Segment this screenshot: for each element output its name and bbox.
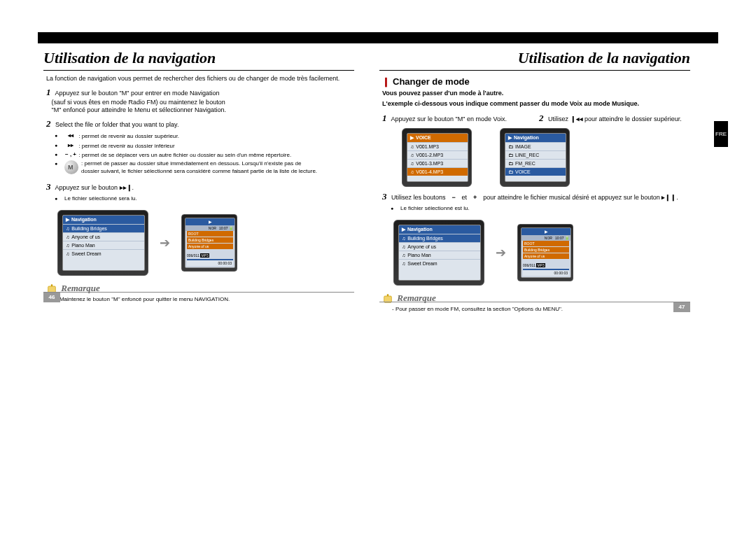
- page-number: 47: [673, 302, 690, 312]
- page-title-right: Utilisation de la navigation: [374, 43, 696, 70]
- play-top: ▶: [522, 228, 570, 235]
- bullet-text: : permet de se déplacer vers un autre fi…: [78, 151, 291, 157]
- page-title-left: Utilisation de la navigation: [38, 43, 360, 70]
- step-2: 2 Select the file or folder that you wan…: [38, 114, 360, 129]
- play-time: 00:00:03: [187, 260, 233, 266]
- step3-bullets-right: Le fichier sélectionné est lu.: [374, 202, 696, 213]
- music-note-icon: ♫: [402, 253, 405, 258]
- screen-header: ▶Navigation: [63, 216, 144, 224]
- music-note-icon: ♫: [402, 244, 405, 249]
- music-note-icon: ♫: [402, 236, 405, 241]
- device-navigation: ▶Navigation ♫Building Bridges ♫Anyone of…: [57, 210, 148, 276]
- device-mockups-left: ▶Navigation ♫Building Bridges ♫Anyone of…: [38, 204, 360, 276]
- play-track: 006/011 MP3: [523, 263, 545, 267]
- play-track: 006/011 MP3: [187, 253, 209, 258]
- list-item: 🗀VOICE: [505, 167, 566, 176]
- footer-rule: [43, 292, 354, 293]
- list-item: ♫V001-2.MP3: [407, 150, 468, 159]
- bullet-text: : permet de revenir au dossier supérieur…: [78, 133, 179, 139]
- top-black-bar: [38, 32, 718, 43]
- list-item: ♫Building Bridges: [399, 234, 480, 242]
- play-row: ROOT: [187, 231, 233, 237]
- step2-bullets: ◂◂ : permet de revenir au dossier supéri…: [38, 129, 360, 176]
- sub-intro-2: L'exemple ci-dessous vous indique commen…: [374, 97, 696, 108]
- minus-plus-icon: − , +: [64, 151, 77, 159]
- step-number: 2: [539, 113, 544, 123]
- step-number: 3: [382, 191, 387, 202]
- music-note-icon: ♫: [402, 261, 405, 266]
- page-spread: FRE Utilisation de la navigation La fonc…: [0, 0, 756, 534]
- play-next-icon: ▸▸❙: [120, 184, 132, 192]
- music-note-icon: ♫: [66, 251, 69, 256]
- footer-rule: [379, 302, 690, 302]
- plus-icon: +: [469, 194, 482, 202]
- step2-text: Select the file or folder that you want …: [55, 121, 178, 128]
- folder-icon: 🗀: [508, 169, 513, 174]
- step1-line-b: (sauf si vous êtes en mode Radio FM) ou …: [52, 99, 225, 106]
- music-note-icon: ♫: [66, 243, 69, 248]
- device-playback: ▶ NOR 10:07 🔋 ROOT Building Bridges Anyo…: [181, 214, 237, 272]
- remark-text: - Maintenez le bouton "M" enfoncé pour q…: [38, 295, 360, 302]
- list-item: ♫Piano Man: [63, 241, 144, 249]
- folder-icon: 🗀: [508, 161, 513, 166]
- list-item: 🗀FM_REC: [505, 159, 566, 167]
- remark-text: - Pour passer en mode FM, consultez la s…: [374, 304, 696, 312]
- language-tab: FRE: [714, 121, 728, 147]
- screen-header: ▶Navigation: [505, 134, 566, 142]
- music-note-icon: ♫: [410, 161, 414, 166]
- step-2-right: 2 Utilisez ❙◂◂ pour atteindre le dossier…: [539, 113, 687, 124]
- arrow-icon: ▶: [402, 227, 405, 232]
- step-number: 2: [46, 118, 51, 129]
- step-1: 1 Appuyez sur le bouton "M" pour entrer …: [38, 83, 360, 114]
- arrow-icon: ▶: [508, 135, 512, 141]
- play-row: Building Bridges: [523, 247, 569, 253]
- svg-point-3: [387, 294, 389, 296]
- play-row: Anyone of us: [523, 253, 569, 259]
- m-button-icon: [64, 160, 78, 174]
- device-mockups-right-top: ▶VOICE ♫V001.MP3 ♫V001-2.MP3 ♫V001-3.MP3…: [374, 124, 696, 187]
- folder-icon: 🗀: [508, 153, 513, 157]
- device-mockups-right-bottom: ▶Navigation ♫Building Bridges ♫Anyone of…: [374, 214, 696, 286]
- minus-icon: −: [447, 194, 460, 202]
- play-top: ▶: [186, 218, 234, 225]
- step-number: 3: [46, 181, 51, 192]
- subtitle-bar-icon: ❙: [382, 76, 390, 87]
- svg-point-1: [51, 284, 53, 286]
- prev-track-icon: ❙◂◂: [570, 115, 583, 123]
- note-pin-icon: [382, 293, 393, 304]
- device-playback: ▶ NOR 10:07 🔋 ROOT Building Bridges Anyo…: [517, 224, 573, 281]
- list-item: ♫Sweet Dream: [63, 249, 144, 258]
- arrow-icon: ▶: [410, 135, 414, 141]
- transition-arrow-icon: ➔: [160, 235, 170, 251]
- play-pause-icon: ▸❙❙: [662, 194, 676, 202]
- folder-icon: 🗀: [508, 144, 513, 149]
- step3-text: Appuyez sur le bouton: [55, 184, 118, 191]
- step1-line-a: Appuyez sur le bouton "M" pour entrer en…: [55, 90, 220, 97]
- intro-text: La fonction de navigation vous permet de…: [38, 71, 360, 83]
- play-row: Building Bridges: [187, 237, 233, 243]
- forward-icon: ▸▸: [64, 142, 77, 150]
- list-item: ♫Anyone of us: [399, 242, 480, 251]
- bullet-text: Le fichier sélectionné est lu.: [400, 205, 470, 211]
- list-item: ♫Anyone of us: [63, 232, 144, 241]
- play-row: Anyone of us: [187, 244, 233, 249]
- music-note-icon: ♫: [410, 169, 414, 174]
- screen-header: ▶Navigation: [399, 225, 480, 234]
- step-1-right: 1 Appuyez sur le bouton "M" en mode Voix…: [382, 113, 531, 124]
- list-item: ♫V001.MP3: [407, 142, 468, 150]
- sub-intro-1: Vous pouvez passer d'un mode à l'autre.: [374, 87, 696, 97]
- list-item: ♫V001-3.MP3: [407, 159, 468, 167]
- list-item: 🗀IMAGE: [505, 142, 566, 150]
- section-subtitle: ❙Changer de mode: [374, 71, 696, 87]
- music-note-icon: ♫: [410, 153, 414, 157]
- page-number: 46: [43, 293, 60, 302]
- list-item: ♫Building Bridges: [63, 224, 144, 232]
- device-nav-folders: ▶Navigation 🗀IMAGE 🗀LINE_REC 🗀FM_REC 🗀VO…: [500, 128, 570, 187]
- device-navigation: ▶Navigation ♫Building Bridges ♫Anyone of…: [393, 220, 484, 286]
- list-item: ♫Piano Man: [399, 251, 480, 259]
- left-page: Utilisation de la navigation La fonction…: [38, 43, 360, 302]
- transition-arrow-icon: ➔: [496, 245, 506, 260]
- list-item: 🗀LINE_REC: [505, 150, 566, 159]
- right-page: Utilisation de la navigation ❙Changer de…: [374, 43, 696, 312]
- arrow-icon: ▶: [66, 217, 69, 223]
